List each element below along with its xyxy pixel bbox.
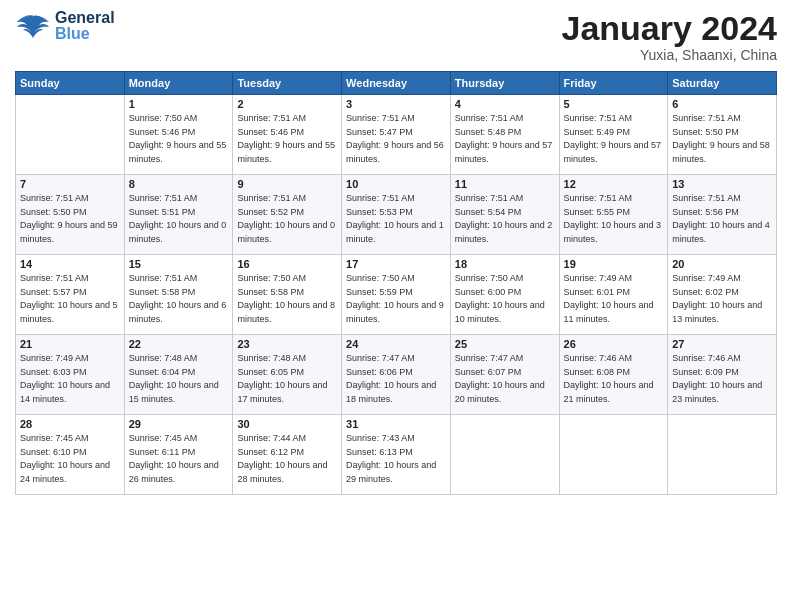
day-number: 5 <box>564 98 664 110</box>
header-tuesday: Tuesday <box>233 72 342 95</box>
day-number: 1 <box>129 98 229 110</box>
header-sunday: Sunday <box>16 72 125 95</box>
calendar-cell <box>450 415 559 495</box>
calendar-cell: 3Sunrise: 7:51 AMSunset: 5:47 PMDaylight… <box>342 95 451 175</box>
calendar-cell <box>559 415 668 495</box>
day-info: Sunrise: 7:49 AMSunset: 6:03 PMDaylight:… <box>20 352 120 406</box>
calendar-cell: 4Sunrise: 7:51 AMSunset: 5:48 PMDaylight… <box>450 95 559 175</box>
header: General Blue January 2024 Yuxia, Shaanxi… <box>15 10 777 63</box>
header-saturday: Saturday <box>668 72 777 95</box>
day-info: Sunrise: 7:46 AMSunset: 6:08 PMDaylight:… <box>564 352 664 406</box>
calendar-week-row: 14Sunrise: 7:51 AMSunset: 5:57 PMDayligh… <box>16 255 777 335</box>
day-info: Sunrise: 7:51 AMSunset: 5:49 PMDaylight:… <box>564 112 664 166</box>
day-number: 28 <box>20 418 120 430</box>
logo-icon <box>15 12 51 40</box>
day-info: Sunrise: 7:51 AMSunset: 5:58 PMDaylight:… <box>129 272 229 326</box>
day-number: 20 <box>672 258 772 270</box>
day-number: 7 <box>20 178 120 190</box>
logo-general-text: General <box>55 10 115 26</box>
calendar-cell: 11Sunrise: 7:51 AMSunset: 5:54 PMDayligh… <box>450 175 559 255</box>
calendar-title: January 2024 <box>562 10 778 47</box>
day-number: 15 <box>129 258 229 270</box>
day-number: 18 <box>455 258 555 270</box>
day-number: 4 <box>455 98 555 110</box>
day-info: Sunrise: 7:50 AMSunset: 5:59 PMDaylight:… <box>346 272 446 326</box>
day-info: Sunrise: 7:51 AMSunset: 5:52 PMDaylight:… <box>237 192 337 246</box>
calendar-week-row: 28Sunrise: 7:45 AMSunset: 6:10 PMDayligh… <box>16 415 777 495</box>
day-info: Sunrise: 7:47 AMSunset: 6:07 PMDaylight:… <box>455 352 555 406</box>
day-info: Sunrise: 7:45 AMSunset: 6:10 PMDaylight:… <box>20 432 120 486</box>
day-number: 12 <box>564 178 664 190</box>
day-number: 19 <box>564 258 664 270</box>
calendar-cell: 24Sunrise: 7:47 AMSunset: 6:06 PMDayligh… <box>342 335 451 415</box>
day-number: 24 <box>346 338 446 350</box>
title-block: January 2024 Yuxia, Shaanxi, China <box>562 10 778 63</box>
logo-blue-text: Blue <box>55 26 115 42</box>
page: General Blue January 2024 Yuxia, Shaanxi… <box>0 0 792 612</box>
header-monday: Monday <box>124 72 233 95</box>
day-info: Sunrise: 7:43 AMSunset: 6:13 PMDaylight:… <box>346 432 446 486</box>
calendar-cell: 30Sunrise: 7:44 AMSunset: 6:12 PMDayligh… <box>233 415 342 495</box>
calendar-cell: 5Sunrise: 7:51 AMSunset: 5:49 PMDaylight… <box>559 95 668 175</box>
day-number: 13 <box>672 178 772 190</box>
calendar-table: Sunday Monday Tuesday Wednesday Thursday… <box>15 71 777 495</box>
day-info: Sunrise: 7:51 AMSunset: 5:46 PMDaylight:… <box>237 112 337 166</box>
day-info: Sunrise: 7:44 AMSunset: 6:12 PMDaylight:… <box>237 432 337 486</box>
calendar-cell <box>668 415 777 495</box>
day-info: Sunrise: 7:50 AMSunset: 5:58 PMDaylight:… <box>237 272 337 326</box>
day-info: Sunrise: 7:49 AMSunset: 6:01 PMDaylight:… <box>564 272 664 326</box>
day-info: Sunrise: 7:51 AMSunset: 5:48 PMDaylight:… <box>455 112 555 166</box>
calendar-cell: 28Sunrise: 7:45 AMSunset: 6:10 PMDayligh… <box>16 415 125 495</box>
calendar-cell: 25Sunrise: 7:47 AMSunset: 6:07 PMDayligh… <box>450 335 559 415</box>
day-number: 22 <box>129 338 229 350</box>
day-info: Sunrise: 7:51 AMSunset: 5:50 PMDaylight:… <box>672 112 772 166</box>
day-number: 31 <box>346 418 446 430</box>
calendar-body: 1Sunrise: 7:50 AMSunset: 5:46 PMDaylight… <box>16 95 777 495</box>
header-wednesday: Wednesday <box>342 72 451 95</box>
day-number: 6 <box>672 98 772 110</box>
calendar-cell: 9Sunrise: 7:51 AMSunset: 5:52 PMDaylight… <box>233 175 342 255</box>
day-info: Sunrise: 7:48 AMSunset: 6:05 PMDaylight:… <box>237 352 337 406</box>
day-info: Sunrise: 7:46 AMSunset: 6:09 PMDaylight:… <box>672 352 772 406</box>
calendar-cell: 22Sunrise: 7:48 AMSunset: 6:04 PMDayligh… <box>124 335 233 415</box>
calendar-cell: 13Sunrise: 7:51 AMSunset: 5:56 PMDayligh… <box>668 175 777 255</box>
day-number: 2 <box>237 98 337 110</box>
logo: General Blue <box>15 10 115 42</box>
day-number: 27 <box>672 338 772 350</box>
calendar-week-row: 7Sunrise: 7:51 AMSunset: 5:50 PMDaylight… <box>16 175 777 255</box>
day-info: Sunrise: 7:51 AMSunset: 5:50 PMDaylight:… <box>20 192 120 246</box>
day-info: Sunrise: 7:49 AMSunset: 6:02 PMDaylight:… <box>672 272 772 326</box>
header-friday: Friday <box>559 72 668 95</box>
day-number: 17 <box>346 258 446 270</box>
calendar-cell: 8Sunrise: 7:51 AMSunset: 5:51 PMDaylight… <box>124 175 233 255</box>
day-number: 14 <box>20 258 120 270</box>
day-number: 3 <box>346 98 446 110</box>
day-info: Sunrise: 7:50 AMSunset: 6:00 PMDaylight:… <box>455 272 555 326</box>
day-number: 21 <box>20 338 120 350</box>
calendar-cell: 19Sunrise: 7:49 AMSunset: 6:01 PMDayligh… <box>559 255 668 335</box>
day-number: 25 <box>455 338 555 350</box>
day-number: 26 <box>564 338 664 350</box>
day-number: 29 <box>129 418 229 430</box>
calendar-cell: 1Sunrise: 7:50 AMSunset: 5:46 PMDaylight… <box>124 95 233 175</box>
calendar-cell: 6Sunrise: 7:51 AMSunset: 5:50 PMDaylight… <box>668 95 777 175</box>
day-number: 9 <box>237 178 337 190</box>
calendar-cell: 16Sunrise: 7:50 AMSunset: 5:58 PMDayligh… <box>233 255 342 335</box>
calendar-cell: 20Sunrise: 7:49 AMSunset: 6:02 PMDayligh… <box>668 255 777 335</box>
day-info: Sunrise: 7:50 AMSunset: 5:46 PMDaylight:… <box>129 112 229 166</box>
calendar-cell: 10Sunrise: 7:51 AMSunset: 5:53 PMDayligh… <box>342 175 451 255</box>
day-info: Sunrise: 7:47 AMSunset: 6:06 PMDaylight:… <box>346 352 446 406</box>
day-number: 10 <box>346 178 446 190</box>
day-info: Sunrise: 7:48 AMSunset: 6:04 PMDaylight:… <box>129 352 229 406</box>
header-thursday: Thursday <box>450 72 559 95</box>
logo-name: General Blue <box>55 10 115 42</box>
day-number: 16 <box>237 258 337 270</box>
day-number: 8 <box>129 178 229 190</box>
day-number: 30 <box>237 418 337 430</box>
calendar-cell: 7Sunrise: 7:51 AMSunset: 5:50 PMDaylight… <box>16 175 125 255</box>
calendar-cell: 21Sunrise: 7:49 AMSunset: 6:03 PMDayligh… <box>16 335 125 415</box>
calendar-cell: 31Sunrise: 7:43 AMSunset: 6:13 PMDayligh… <box>342 415 451 495</box>
day-info: Sunrise: 7:51 AMSunset: 5:56 PMDaylight:… <box>672 192 772 246</box>
day-info: Sunrise: 7:51 AMSunset: 5:47 PMDaylight:… <box>346 112 446 166</box>
day-info: Sunrise: 7:51 AMSunset: 5:54 PMDaylight:… <box>455 192 555 246</box>
